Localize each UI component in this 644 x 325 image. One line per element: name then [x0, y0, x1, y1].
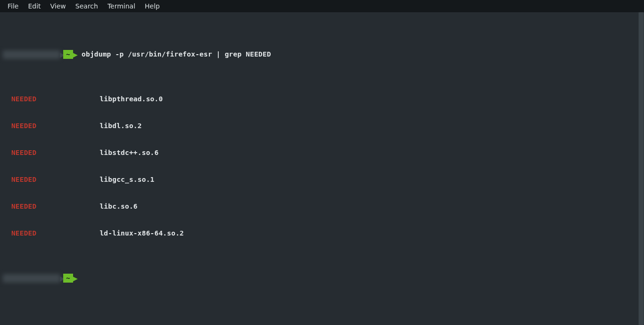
output-line: NEEDED libc.so.6: [3, 202, 638, 211]
menu-search[interactable]: Search: [71, 1, 103, 11]
terminal-viewport[interactable]: ▶ ~ ▶ objdump -p /usr/bin/firefox-esr | …: [0, 12, 644, 325]
vertical-scrollbar[interactable]: [638, 12, 644, 325]
prompt-arrow-icon: ▶ ~ ▶: [60, 50, 78, 59]
needed-tag: NEEDED: [11, 149, 37, 156]
menubar: File Edit View Search Terminal Help: [0, 0, 644, 12]
needed-lib: libgcc_s.so.1: [99, 176, 154, 183]
output-line: NEEDED ld-linux-x86-64.so.2: [3, 229, 638, 238]
prompt-line-1: ▶ ~ ▶ objdump -p /usr/bin/firefox-esr | …: [3, 50, 638, 59]
menu-help[interactable]: Help: [140, 1, 165, 11]
prompt-cwd: ~: [63, 50, 73, 59]
menu-view[interactable]: View: [46, 1, 71, 11]
output-line: NEEDED libdl.so.2: [3, 122, 638, 130]
menu-edit[interactable]: Edit: [23, 1, 45, 11]
prompt-arrow-icon: ▶ ~ ▶: [60, 274, 78, 283]
needed-lib: libdl.so.2: [99, 122, 141, 130]
user-host-redacted: [3, 274, 60, 283]
user-host-redacted: [3, 50, 60, 59]
output-line: NEEDED libpthread.so.0: [3, 95, 638, 104]
command-text: objdump -p /usr/bin/firefox-esr | grep N…: [82, 50, 271, 59]
needed-lib: libpthread.so.0: [99, 95, 163, 103]
prompt-cwd: ~: [63, 274, 73, 283]
output-line: NEEDED libstdc++.so.6: [3, 148, 638, 157]
needed-lib: libstdc++.so.6: [99, 149, 158, 156]
needed-tag: NEEDED: [11, 95, 37, 103]
needed-tag: NEEDED: [11, 176, 37, 183]
output-line: NEEDED libgcc_s.so.1: [3, 175, 638, 184]
needed-tag: NEEDED: [11, 122, 37, 130]
menu-file[interactable]: File: [3, 1, 23, 11]
needed-lib: ld-linux-x86-64.so.2: [99, 229, 184, 237]
terminal-content[interactable]: ▶ ~ ▶ objdump -p /usr/bin/firefox-esr | …: [0, 12, 638, 325]
needed-lib: libc.so.6: [99, 203, 137, 210]
needed-tag: NEEDED: [11, 229, 37, 237]
needed-tag: NEEDED: [11, 203, 37, 210]
menu-terminal[interactable]: Terminal: [103, 1, 140, 11]
scrollbar-thumb[interactable]: [639, 12, 644, 325]
prompt-line-2[interactable]: ▶ ~ ▶: [3, 274, 638, 283]
